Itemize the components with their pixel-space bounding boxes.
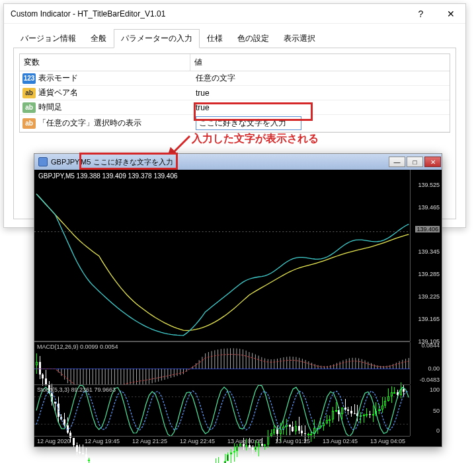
macd-tick: 0.0844 [421, 342, 440, 349]
bool-icon: ab [22, 88, 36, 98]
y-tick: 139.285 [418, 271, 440, 277]
price-y-axis: 139.525139.465139.406139.345139.285139.2… [410, 170, 442, 341]
param-label: 表示モード [38, 71, 192, 85]
x-tick: 13 Aug 02:45 [323, 438, 358, 445]
tab-inputs[interactable]: パラメーターの入力 [114, 29, 200, 48]
string-icon: ab [22, 118, 36, 129]
macd-tick: -0.0483 [419, 376, 440, 383]
table-row[interactable]: 123 表示モード 任意の文字 [20, 71, 450, 86]
y-tick: 139.525 [418, 182, 440, 188]
param-value-input[interactable]: ここに好きな文字を入力 [196, 116, 301, 130]
param-value[interactable]: 任意の文字 [192, 71, 450, 85]
tab-colors[interactable]: 色の設定 [230, 29, 276, 48]
chart-body[interactable]: GBPJPY,M5 139.388 139.409 139.378 139.40… [34, 170, 442, 446]
param-value[interactable]: true [192, 87, 450, 99]
time-x-axis: 12 Aug 202012 Aug 19:4512 Aug 21:2512 Au… [34, 436, 410, 446]
dialog-titlebar: Custom Indicator - HT_TitleBarEditor_V1.… [4, 4, 465, 24]
x-tick: 13 Aug 01:25 [275, 438, 310, 445]
annotation-text: 入力した文字が表示される [192, 132, 319, 146]
minimize-button[interactable]: — [389, 157, 405, 167]
y-tick: 139.406 [415, 226, 440, 232]
table-row[interactable]: ab 通貨ペア名 true [20, 86, 450, 100]
x-tick: 12 Aug 19:45 [85, 438, 120, 445]
close-chart-button[interactable]: ✕ [424, 157, 441, 167]
y-tick: 139.225 [418, 293, 440, 300]
table-row[interactable]: ab 時間足 true [20, 100, 450, 115]
stoch-tick: 0 [436, 427, 440, 434]
maximize-button[interactable]: □ [407, 157, 423, 167]
tab-version[interactable]: バージョン情報 [13, 29, 83, 48]
tab-general[interactable]: 全般 [83, 29, 114, 48]
param-table: 変数 値 123 表示モード 任意の文字 ab 通貨ペア名 true ab 時間… [19, 53, 450, 133]
table-header: 変数 値 [20, 54, 450, 71]
x-tick: 12 Aug 22:45 [180, 438, 215, 445]
chart-titlebar[interactable]: GBPJPY,M5 ここに好きな文字を入力 — □ ✕ [34, 154, 442, 170]
help-button[interactable]: ? [406, 4, 436, 24]
y-tick: 139.165 [418, 316, 440, 322]
param-value[interactable]: true [192, 102, 450, 114]
ma-lines [34, 170, 410, 341]
param-label: 通貨ペア名 [38, 86, 192, 100]
svg-line-0 [172, 136, 190, 154]
tab-specs[interactable]: 仕様 [200, 29, 230, 48]
x-tick: 12 Aug 2020 [37, 438, 71, 445]
col-value: 値 [190, 54, 450, 71]
chart-window: GBPJPY,M5 ここに好きな文字を入力 — □ ✕ GBPJPY,M5 13… [34, 153, 442, 447]
stoch-tick: 50 [433, 408, 440, 414]
param-label: 時間足 [38, 100, 192, 114]
chart-title-extra: ここに好きな文字を入力 [93, 157, 173, 167]
x-tick: 13 Aug 00:05 [227, 438, 262, 445]
col-variable: 変数 [20, 54, 190, 71]
stoch-tick: 100 [430, 386, 440, 393]
x-tick: 13 Aug 04:05 [370, 438, 405, 445]
tabbar: バージョン情報 全般 パラメーターの入力 仕様 色の設定 表示選択 [13, 29, 456, 48]
y-tick: 139.465 [418, 204, 440, 211]
enum-icon: 123 [22, 73, 36, 84]
macd-tick: 0.00 [428, 365, 440, 372]
stoch-label: Stoch(5,3,3) 89.2361 79.9663 [37, 386, 116, 393]
tab-visibility[interactable]: 表示選択 [276, 29, 323, 48]
param-value[interactable]: ここに好きな文字を入力 [192, 115, 450, 131]
x-tick: 12 Aug 21:25 [132, 438, 167, 445]
price-chart-area[interactable] [34, 170, 410, 341]
table-row[interactable]: ab 「任意の文字」選択時の表示 ここに好きな文字を入力 [20, 115, 450, 132]
param-label: 「任意の文字」選択時の表示 [38, 116, 192, 130]
macd-axis: 0.0844 0.00 -0.0483 [410, 342, 442, 384]
chart-window-icon [38, 157, 48, 166]
dialog-title: Custom Indicator - HT_TitleBarEditor_V1.… [11, 9, 406, 18]
macd-panel[interactable]: MACD(12,26,9) 0.0099 0.0054 0.0844 0.00 … [34, 341, 410, 384]
y-tick: 139.345 [418, 248, 440, 255]
stoch-axis: 100 50 0 [410, 385, 442, 436]
bool-icon: ab [22, 102, 36, 113]
stoch-panel[interactable]: Stoch(5,3,3) 89.2361 79.9663 100 50 0 [34, 384, 410, 436]
chart-symbol: GBPJPY,M5 [51, 158, 91, 166]
macd-label: MACD(12,26,9) 0.0099 0.0054 [37, 343, 118, 350]
close-button[interactable]: ✕ [436, 4, 465, 24]
